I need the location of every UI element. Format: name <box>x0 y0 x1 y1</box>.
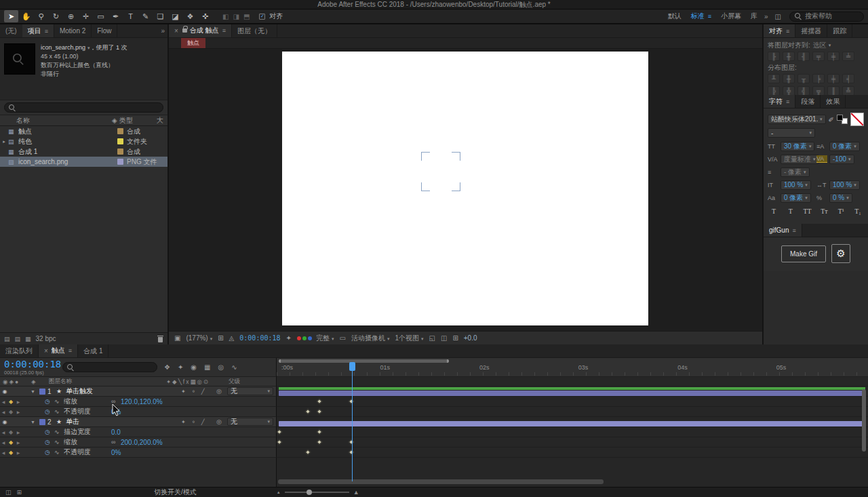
tab-gifGun[interactable]: gifGun≡ <box>764 224 802 237</box>
align-button-icon[interactable]: ╤ <box>812 52 825 61</box>
panel-menu-icon[interactable]: ≡ <box>68 347 72 354</box>
project-search-input[interactable] <box>4 102 163 113</box>
timeline-search-input[interactable] <box>62 362 157 372</box>
add-keyframe-icon[interactable]: ◆ <box>7 409 15 415</box>
graph-icon[interactable]: ∿ <box>54 398 64 405</box>
kerning-dropdown[interactable]: 度量标准▾ <box>781 155 819 164</box>
property-row[interactable]: ◀◆▶◷∿描边宽度0.0 <box>0 427 868 437</box>
timeline-button-icon[interactable]: ⊞ <box>452 334 458 342</box>
distribute-button-icon[interactable]: ╞ <box>812 74 825 83</box>
leading-dropdown[interactable]: 0 像素▾ <box>829 142 860 151</box>
distribute-button-icon[interactable]: ╫ <box>783 74 795 83</box>
roto-brush-tool[interactable]: ❖ <box>183 10 197 22</box>
label-color-chip[interactable] <box>39 419 45 425</box>
puppet-pin-tool[interactable]: ✜ <box>198 10 212 22</box>
selection-tool[interactable]: ➤ <box>4 10 18 22</box>
property-track[interactable] <box>277 448 868 458</box>
tab-摇摆器[interactable]: 摇摆器 <box>795 24 827 38</box>
shape-tool[interactable]: ▭ <box>94 10 108 22</box>
distribute-button-icon[interactable]: ╥ <box>797 74 810 83</box>
composition-viewer[interactable] <box>169 49 762 331</box>
graph-editor-icon[interactable]: ∿ <box>231 363 237 371</box>
camera-dropdown[interactable]: 活动摄像机▾ <box>351 334 390 343</box>
align-button-icon[interactable]: ╟ <box>768 52 780 61</box>
timeline-zoom-slider[interactable] <box>285 492 349 493</box>
keyframe-icon[interactable] <box>348 399 353 404</box>
panel-menu-icon[interactable]: ≡ <box>222 27 226 34</box>
layer-track[interactable] <box>277 386 868 397</box>
grid-guides-icon[interactable]: ⊞ <box>218 334 223 342</box>
property-track[interactable] <box>277 427 868 437</box>
expand-layer-switches-icon[interactable]: ◫ <box>5 489 12 496</box>
stopwatch-icon[interactable]: ◷ <box>45 439 54 445</box>
new-folder-icon[interactable]: ▤ <box>15 336 21 342</box>
label-color-chip[interactable] <box>117 148 123 155</box>
hand-tool[interactable]: ✋ <box>19 10 33 22</box>
baseline-shift-dropdown[interactable]: 0 像素▾ <box>781 193 811 203</box>
previous-keyframe-icon[interactable]: ◀ <box>0 440 7 445</box>
workspace-库[interactable]: 库 <box>751 12 757 21</box>
add-keyframe-icon[interactable]: ◆ <box>7 429 15 435</box>
link-icon[interactable]: ∞ <box>111 439 121 445</box>
clone-stamp-tool[interactable]: ❏ <box>153 10 167 22</box>
gifgun-settings-button[interactable]: ⚙ <box>831 244 850 263</box>
workspace-小屏幕[interactable]: 小屏幕 <box>721 12 741 21</box>
tab-字符[interactable]: 字符≡ <box>764 95 795 108</box>
distribute-button-icon[interactable]: ╪ <box>827 74 840 83</box>
expand-arrow-icon[interactable]: ▼ <box>28 389 37 394</box>
layer-name[interactable]: 单击 <box>66 417 181 426</box>
text-style-button-icon[interactable]: Tᴛ <box>818 206 831 216</box>
frame-blending-icon[interactable]: ▦ <box>204 363 210 371</box>
distribute-button-icon[interactable]: ╠ <box>768 86 780 96</box>
timeline-vertical-scrollbar[interactable] <box>862 389 866 452</box>
property-track[interactable] <box>277 437 868 448</box>
composition-mini-flowchart-icon[interactable]: ❖ <box>164 363 170 371</box>
timeline-horizontal-scrollbar[interactable] <box>278 479 604 484</box>
playhead-handle[interactable] <box>349 362 355 371</box>
workspace-标准[interactable]: 标准≡ <box>691 12 711 21</box>
tab-图层（无）[interactable]: 图层（无） <box>232 24 277 38</box>
comp-navigator-tab[interactable]: 触点 <box>181 38 205 48</box>
zoom-slider-thumb[interactable] <box>307 490 312 495</box>
viewer-timecode[interactable]: 0:00:00:18 <box>239 334 280 342</box>
panel-menu-icon[interactable]: ≡ <box>786 98 789 105</box>
next-keyframe-icon[interactable]: ▶ <box>15 410 22 414</box>
previous-keyframe-icon[interactable]: ◀ <box>0 399 7 404</box>
text-style-button-icon[interactable]: T¹ <box>835 206 847 216</box>
label-color-chip[interactable] <box>117 128 123 134</box>
layer-name-header[interactable]: 图层名称 <box>49 378 166 386</box>
panel-menu-icon[interactable]: ≡ <box>45 28 48 35</box>
project-table-header[interactable]: 名称 ◈类型 大 <box>0 115 167 126</box>
tracking-dropdown[interactable]: -100▾ <box>829 155 854 164</box>
property-track[interactable] <box>277 407 868 417</box>
trash-icon[interactable] <box>157 336 163 342</box>
hide-shy-layers-icon[interactable]: ◉ <box>191 363 197 371</box>
layer-switches[interactable]: ✦ ⚬ ╱ <box>181 419 216 425</box>
work-area-bar[interactable] <box>279 359 449 363</box>
parent-header[interactable]: 父级 <box>229 378 276 386</box>
workspace-overflow-icon[interactable]: » <box>764 13 768 20</box>
text-style-button-icon[interactable]: T₁ <box>852 206 864 216</box>
property-name[interactable]: 不透明度 <box>64 448 111 457</box>
text-style-button-icon[interactable]: T <box>785 206 797 216</box>
tab-效果[interactable]: 效果 <box>821 95 846 108</box>
distribute-button-icon[interactable]: ╣ <box>797 86 810 96</box>
vertical-scale-dropdown[interactable]: 100 %▾ <box>781 180 811 190</box>
time-ruler[interactable]: :00s01s02s03s04s05s <box>277 358 868 377</box>
snap-checkbox[interactable]: ✓ <box>259 14 265 20</box>
layer-row[interactable]: ◉▼1★单击触发✦ ⚬ ╱◎无▾ <box>0 386 868 397</box>
motion-blur-icon[interactable]: ◎ <box>218 363 224 371</box>
horizontal-scale-dropdown[interactable]: 100 %▾ <box>829 180 860 190</box>
text-style-button-icon[interactable]: TT <box>802 206 814 216</box>
column-type[interactable]: ◈类型 <box>112 116 157 125</box>
next-keyframe-icon[interactable]: ▶ <box>15 450 22 455</box>
show-channels-icon[interactable] <box>297 336 301 340</box>
previous-keyframe-icon[interactable]: ◀ <box>0 430 7 435</box>
keyframe-icon[interactable] <box>277 439 282 445</box>
resolution-dropdown[interactable]: 完整▾ <box>316 334 334 343</box>
eraser-tool[interactable]: ◪ <box>168 10 182 22</box>
keyframe-icon[interactable] <box>316 399 321 404</box>
toggle-switches-modes-button[interactable]: 切换开关/模式 <box>154 488 197 497</box>
parent-dropdown[interactable]: 无▾ <box>227 387 273 395</box>
zoom-in-icon[interactable]: ▲ <box>353 489 359 496</box>
